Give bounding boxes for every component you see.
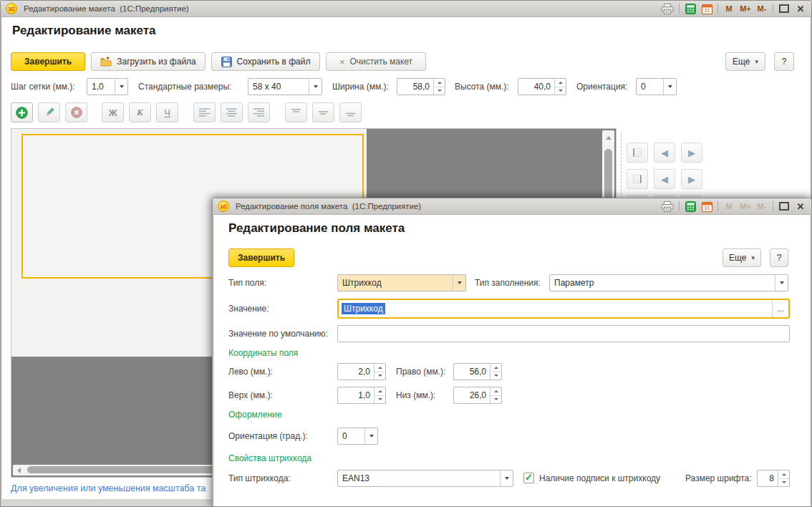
folder-open-icon	[100, 57, 112, 67]
left-spinner[interactable]: 2,0	[337, 363, 386, 380]
help-button[interactable]: ?	[774, 52, 794, 71]
std-sizes-combo[interactable]: 58 x 40	[248, 78, 322, 95]
field-move-left-button[interactable]: ◀	[654, 169, 675, 189]
font-size-spinner[interactable]: 8	[757, 470, 790, 487]
spin-down-button[interactable]	[374, 396, 385, 404]
dialog-help-button[interactable]: ?	[770, 248, 788, 267]
scroll-up-arrow-icon[interactable]	[606, 136, 612, 140]
underline-button[interactable]: Ч	[156, 102, 178, 122]
bold-button[interactable]: Ж	[102, 102, 124, 122]
barcode-type-dropdown-button[interactable]	[500, 470, 513, 486]
calculator-button[interactable]	[685, 200, 696, 213]
std-sizes-dropdown-button[interactable]	[309, 79, 322, 95]
design-section-header: Оформление	[228, 410, 281, 420]
field-move-right-button[interactable]: ▶	[681, 169, 702, 189]
align-center-button[interactable]	[221, 102, 243, 122]
memory-plus-button[interactable]: M+	[740, 2, 751, 15]
top-spinner[interactable]: 1,0	[337, 387, 386, 404]
spin-up-button[interactable]	[490, 364, 501, 372]
spin-down-button[interactable]	[434, 87, 445, 95]
grid-step-dropdown-button[interactable]	[115, 79, 127, 95]
spin-up-button[interactable]	[374, 387, 385, 396]
top-spin-buttons	[374, 387, 385, 403]
fill-type-dropdown-button[interactable]	[775, 275, 788, 291]
spin-up-button[interactable]	[434, 79, 445, 87]
width-label: Ширина (мм.):	[332, 78, 389, 95]
print-button[interactable]	[661, 200, 674, 213]
bottom-spinner[interactable]: 26,0	[453, 387, 502, 404]
arrow-right-icon: ▶	[688, 175, 695, 184]
finish-button[interactable]: Завершить	[11, 52, 85, 71]
maximize-button[interactable]	[778, 200, 790, 213]
spin-down-button[interactable]	[555, 87, 566, 95]
field-move-left-button[interactable]: ◀	[654, 143, 675, 163]
zoom-hint-link[interactable]: Для увеличения или уменьшения масштаба т…	[11, 483, 206, 493]
left-value: 2,0	[338, 364, 374, 380]
calendar-day-text: 31	[704, 7, 710, 14]
dialog-more-button[interactable]: Еще ▾	[722, 248, 761, 267]
close-button[interactable]: ✕	[795, 2, 806, 15]
grid-step-combo[interactable]: 1,0	[87, 78, 128, 95]
page-title: Редактирование макета	[12, 24, 156, 38]
triangle-up-icon	[782, 473, 786, 475]
valign-bottom-button[interactable]	[339, 102, 362, 122]
value-choose-button[interactable]: ...	[772, 300, 788, 317]
spin-up-button[interactable]	[374, 364, 385, 372]
dialog-titlebar[interactable]: 1С Редактирование поля макета (1С:Предпр…	[213, 198, 811, 215]
field-stretch-left-button[interactable]	[627, 143, 648, 163]
memory-minus-button-disabled: M-	[756, 200, 768, 213]
fill-type-combo[interactable]: Параметр	[549, 274, 788, 291]
more-button[interactable]: Еще ▾	[725, 52, 765, 71]
spin-down-button[interactable]	[778, 479, 789, 487]
memory-button[interactable]: M	[723, 2, 735, 15]
orientation-dropdown-button[interactable]	[663, 79, 676, 95]
spin-up-button[interactable]	[555, 79, 566, 87]
barcode-caption-checkbox-label[interactable]: Наличие подписи к штрихкоду	[539, 470, 660, 487]
right-spin-buttons	[490, 364, 501, 380]
print-button[interactable]	[661, 2, 674, 15]
align-right-button[interactable]	[248, 102, 270, 122]
calendar-button[interactable]: 31	[701, 200, 712, 213]
orientation-combo[interactable]: 0	[636, 78, 677, 95]
italic-button[interactable]: К	[129, 102, 151, 122]
value-input[interactable]: Штрихкод ...	[337, 299, 790, 319]
scroll-left-arrow-icon[interactable]	[17, 468, 21, 473]
close-button[interactable]: ✕	[795, 200, 806, 213]
delete-field-button[interactable]	[65, 102, 87, 122]
orientation-deg-dropdown-button[interactable]	[364, 428, 377, 444]
default-value-input[interactable]	[337, 325, 790, 342]
value-text-area[interactable]: Штрихкод	[339, 300, 772, 317]
barcode-caption-checkbox[interactable]: ✓	[523, 473, 534, 483]
bottom-value: 26,0	[454, 387, 490, 403]
orientation-deg-combo[interactable]: 0	[337, 428, 378, 445]
right-spinner[interactable]: 56,0	[453, 363, 502, 380]
edit-field-button[interactable]	[38, 102, 60, 122]
height-spinner[interactable]: 40,0	[518, 78, 566, 95]
field-stretch-right-button[interactable]	[627, 169, 648, 189]
clear-layout-button[interactable]: × Очистить макет	[326, 52, 426, 71]
add-field-button[interactable]	[11, 102, 33, 122]
valign-top-button[interactable]	[285, 102, 307, 122]
field-move-right-button[interactable]: ▶	[681, 143, 702, 163]
field-type-combo[interactable]: Штрихкод	[337, 274, 466, 291]
barcode-type-combo[interactable]: EAN13	[337, 470, 513, 487]
maximize-button[interactable]	[778, 2, 790, 15]
top-label: Верх (мм.):	[228, 387, 273, 404]
calculator-button[interactable]	[685, 2, 696, 15]
calendar-button[interactable]: 31	[701, 2, 712, 15]
memory-minus-button[interactable]: M-	[756, 2, 768, 15]
load-from-file-button[interactable]: Загрузить из файла	[91, 52, 206, 71]
spin-down-button[interactable]	[490, 396, 501, 404]
main-titlebar[interactable]: 1С Редактирование макета (1С:Предприятие…	[1, 1, 811, 17]
align-left-button[interactable]	[193, 102, 216, 122]
spin-down-button[interactable]	[490, 372, 501, 380]
dialog-finish-button[interactable]: Завершить	[228, 248, 294, 267]
width-spinner[interactable]: 58,0	[397, 78, 445, 95]
spin-up-button[interactable]	[778, 470, 789, 479]
field-type-dropdown-button[interactable]	[453, 275, 465, 291]
dialog-body: Редактирование поля макета Завершить Еще…	[214, 215, 810, 506]
save-to-file-button[interactable]: Сохранить в файл	[211, 52, 320, 71]
spin-down-button[interactable]	[374, 372, 385, 380]
spin-up-button[interactable]	[490, 387, 501, 396]
valign-middle-button[interactable]	[312, 102, 334, 122]
